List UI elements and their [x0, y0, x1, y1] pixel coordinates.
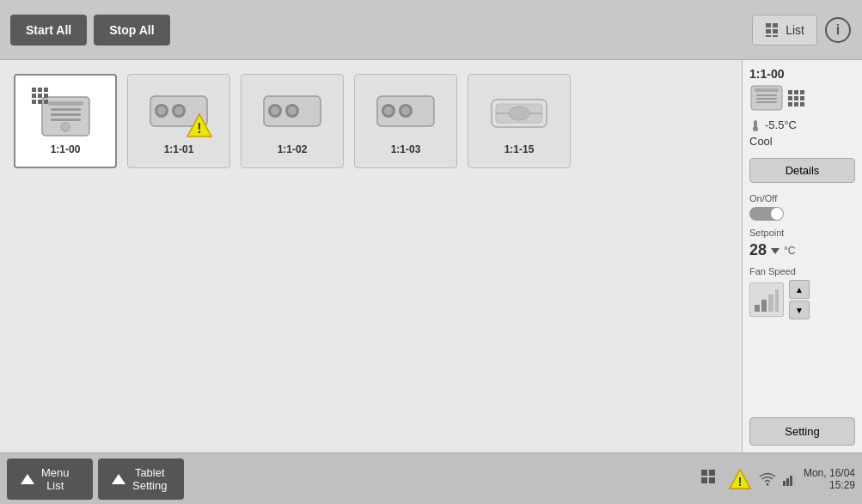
time-display: 15:29 — [804, 479, 855, 491]
bottom-grid-icon — [700, 469, 721, 489]
unit-card-2[interactable]: 1:1-02 — [241, 74, 344, 168]
svg-rect-73 — [783, 481, 786, 486]
list-grid-icon — [765, 22, 780, 38]
fan-down-button[interactable]: ▼ — [789, 301, 810, 319]
unit-icon-area-4 — [485, 87, 553, 138]
svg-rect-74 — [786, 478, 789, 486]
svg-rect-76 — [793, 473, 796, 486]
clock-display: Mon, 16/04 15:29 — [804, 467, 855, 491]
bottom-warning-icon: ! — [728, 468, 752, 490]
svg-rect-8 — [32, 88, 36, 92]
panel-mode: Cool — [749, 135, 855, 148]
onoff-row — [749, 207, 855, 221]
svg-rect-20 — [51, 113, 81, 116]
unit-label-3: 1:1-03 — [391, 143, 421, 155]
bottom-bar: MenuList TabletSetting ! — [0, 452, 862, 504]
unit-card-0[interactable]: 1:1-00 — [14, 74, 117, 168]
panel-cassette-icon — [749, 84, 784, 112]
svg-rect-66 — [701, 470, 707, 476]
unit-card-3[interactable]: 1:1-03 — [354, 74, 457, 168]
info-button[interactable]: i — [824, 16, 852, 44]
unit-card-4[interactable]: 1:1-15 — [468, 74, 571, 168]
svg-rect-50 — [788, 90, 792, 94]
start-all-button[interactable]: Start All — [10, 15, 87, 46]
svg-text:!: ! — [738, 475, 743, 489]
svg-text:i: i — [836, 22, 840, 37]
svg-rect-68 — [701, 477, 707, 483]
fan-speed-label: Fan Speed — [749, 266, 855, 276]
svg-rect-48 — [756, 98, 777, 100]
svg-rect-3 — [773, 29, 778, 33]
units-area: 1:1-00 ! — [0, 60, 742, 452]
panel-grid-icon — [787, 89, 804, 106]
panel-unit-title: 1:1-00 — [749, 67, 855, 81]
svg-rect-0 — [766, 23, 771, 27]
svg-rect-75 — [790, 476, 792, 486]
fan-icon — [749, 282, 784, 317]
svg-rect-46 — [755, 88, 779, 92]
svg-rect-53 — [788, 96, 792, 100]
panel-temp-row: -5.5°C — [749, 118, 855, 131]
main-area: 1:1-00 ! — [0, 60, 862, 452]
svg-rect-51 — [794, 90, 798, 94]
unit-card-1[interactable]: ! 1:1-01 — [127, 74, 230, 168]
svg-rect-69 — [709, 477, 715, 483]
svg-rect-19 — [51, 108, 81, 111]
onoff-toggle[interactable] — [749, 207, 784, 221]
setting-button[interactable]: Setting — [749, 417, 855, 446]
panel-icon-4 — [489, 91, 549, 134]
svg-rect-21 — [51, 118, 81, 121]
setpoint-arrow-icon — [770, 246, 780, 256]
setpoint-value: 28 — [749, 241, 767, 259]
svg-point-37 — [384, 106, 393, 115]
svg-rect-16 — [44, 100, 48, 104]
details-button[interactable]: Details — [749, 158, 855, 183]
menu-list-label: MenuList — [41, 466, 70, 492]
svg-rect-15 — [38, 100, 42, 104]
svg-text:!: ! — [197, 121, 201, 136]
svg-rect-47 — [756, 94, 777, 96]
svg-rect-63 — [761, 300, 767, 312]
date-display: Mon, 16/04 — [804, 467, 855, 479]
tablet-setting-label: TabletSetting — [132, 466, 167, 492]
tablet-setting-arrow-icon — [112, 474, 125, 484]
right-panel: 1:1-00 — [742, 60, 862, 452]
stop-all-button[interactable]: Stop All — [94, 15, 169, 46]
svg-rect-1 — [773, 23, 778, 27]
svg-point-39 — [401, 106, 410, 115]
svg-point-34 — [288, 106, 297, 115]
svg-rect-55 — [800, 96, 804, 100]
svg-point-22 — [61, 123, 70, 131]
fan-up-button[interactable]: ▲ — [789, 280, 810, 299]
setpoint-unit: °C — [784, 245, 795, 257]
svg-rect-14 — [32, 100, 36, 104]
fan-bars-icon — [753, 286, 780, 313]
unit-label-0: 1:1-00 — [51, 143, 81, 155]
svg-rect-64 — [768, 295, 773, 312]
toolbar: Start All Stop All List i — [0, 0, 862, 60]
setpoint-row: 28 °C — [749, 241, 855, 259]
svg-point-60 — [753, 126, 758, 131]
svg-point-25 — [157, 106, 166, 115]
list-button[interactable]: List — [752, 15, 817, 46]
menu-list-button[interactable]: MenuList — [7, 458, 93, 500]
svg-rect-18 — [48, 101, 83, 106]
svg-point-42 — [509, 106, 529, 120]
svg-rect-2 — [766, 29, 771, 33]
duct-icon-2 — [262, 89, 322, 137]
svg-rect-13 — [44, 94, 48, 98]
bottom-right: ! Mon, 16/04 15:29 — [700, 467, 855, 491]
tablet-setting-button[interactable]: TabletSetting — [98, 458, 184, 500]
svg-point-72 — [766, 483, 768, 485]
unit-label-2: 1:1-02 — [278, 143, 308, 155]
list-label: List — [786, 23, 804, 37]
unit-icon-area-2 — [258, 87, 327, 138]
svg-rect-49 — [756, 101, 777, 103]
svg-rect-4 — [766, 35, 771, 37]
panel-icons-row — [749, 84, 855, 112]
svg-rect-67 — [709, 470, 715, 476]
units-grid: 1:1-00 ! — [14, 74, 728, 168]
svg-rect-11 — [32, 94, 36, 98]
thermometer-icon — [749, 119, 761, 131]
svg-rect-65 — [775, 289, 779, 312]
